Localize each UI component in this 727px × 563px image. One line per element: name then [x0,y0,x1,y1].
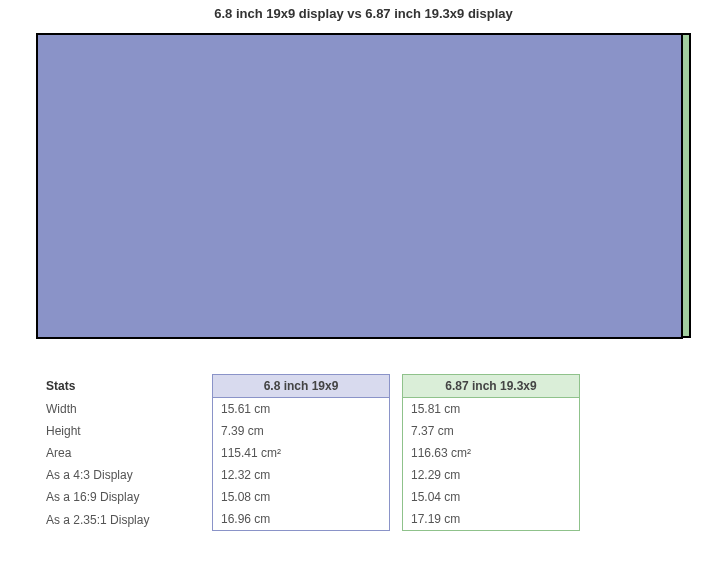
stats-header-a: 6.8 inch 19x9 [212,374,390,398]
display-overlay-diagram [36,33,691,340]
row-label: As a 16:9 Display [38,486,212,508]
row-value-a: 115.41 cm² [212,442,390,464]
stats-header-b: 6.87 inch 19.3x9 [402,374,580,398]
stats-header-label: Stats [38,374,212,398]
row-value-a: 15.61 cm [212,398,390,420]
row-value-a: 15.08 cm [212,486,390,508]
table-row: Width 15.61 cm 15.81 cm [38,398,580,420]
col-gap [390,508,402,531]
row-label: As a 4:3 Display [38,464,212,486]
row-value-b: 116.63 cm² [402,442,580,464]
table-row: Area 115.41 cm² 116.63 cm² [38,442,580,464]
stats-table: Stats 6.8 inch 19x9 6.87 inch 19.3x9 Wid… [38,374,580,531]
row-value-a: 12.32 cm [212,464,390,486]
table-row: As a 4:3 Display 12.32 cm 12.29 cm [38,464,580,486]
row-value-b: 12.29 cm [402,464,580,486]
col-gap [390,442,402,464]
row-label: Area [38,442,212,464]
col-gap [390,420,402,442]
row-value-b: 15.81 cm [402,398,580,420]
table-row: As a 16:9 Display 15.08 cm 15.04 cm [38,486,580,508]
row-label: As a 2.35:1 Display [38,508,212,531]
table-header-row: Stats 6.8 inch 19x9 6.87 inch 19.3x9 [38,374,580,398]
row-label: Height [38,420,212,442]
table-row: Height 7.39 cm 7.37 cm [38,420,580,442]
col-gap [390,398,402,420]
row-label: Width [38,398,212,420]
col-gap [390,486,402,508]
row-value-b: 7.37 cm [402,420,580,442]
col-gap [390,374,402,398]
col-gap [390,464,402,486]
table-row: As a 2.35:1 Display 16.96 cm 17.19 cm [38,508,580,531]
row-value-a: 7.39 cm [212,420,390,442]
row-value-a: 16.96 cm [212,508,390,531]
row-value-b: 17.19 cm [402,508,580,531]
display-a-rect [36,33,683,339]
page-title: 6.8 inch 19x9 display vs 6.87 inch 19.3x… [0,6,727,21]
row-value-b: 15.04 cm [402,486,580,508]
